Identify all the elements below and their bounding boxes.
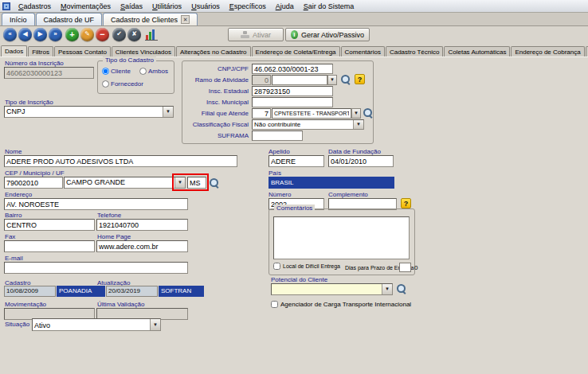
window-tab-cadastro-clientes[interactable]: Cadastro de Clientes ✕ (103, 13, 198, 25)
data-fundacao-input[interactable] (328, 155, 394, 167)
fax-label: Fax (5, 233, 15, 240)
cancel-button[interactable]: ✘ (127, 28, 141, 41)
ramo-atividade-code-input[interactable] (252, 75, 271, 85)
classificacao-fiscal-label: Classificação Fiscal (182, 121, 249, 128)
tab-filtros[interactable]: Filtros (28, 46, 53, 57)
pais-label: País (269, 169, 281, 177)
apelido-label: Apelido (269, 148, 290, 155)
telefone-input[interactable] (96, 219, 188, 231)
edit-record-button[interactable]: ✎ (80, 28, 94, 41)
window-tab-inicio[interactable]: Início (2, 13, 35, 25)
dificil-entrega-checkbox[interactable]: Local de Difícil Entrega (273, 263, 340, 270)
tab-cadastro-tecnico[interactable]: Cadastro Técnico (386, 46, 444, 57)
dias-prazo-input[interactable] (399, 263, 411, 272)
suframa-input[interactable] (252, 131, 303, 141)
cep-input[interactable] (4, 177, 63, 189)
tab-coletas-automaticas[interactable]: Coletas Automáticas (444, 46, 510, 57)
potencial-cliente-select[interactable]: ▼ (271, 283, 393, 295)
potencial-cliente-value (272, 284, 382, 294)
tab-dados[interactable]: Dados (1, 45, 27, 57)
gerar-ativo-passivo-button[interactable]: i Gerar Ativo/Passivo (285, 28, 370, 41)
bairro-input[interactable] (4, 219, 95, 231)
ramo-dropdown-icon[interactable]: ▼ (327, 75, 337, 85)
menu-utilitarios[interactable]: Utilitários (147, 2, 186, 11)
previous-record-button[interactable]: ◀ (18, 28, 32, 41)
email-input[interactable] (4, 262, 188, 274)
ramo-atividade-name-input[interactable] (272, 75, 327, 85)
homepage-label: Home Page (97, 233, 131, 240)
tab-endereco-coleta-entrega[interactable]: Endereço de Coleta/Entrega (252, 46, 340, 57)
tab-endereco-cobranca[interactable]: Endereço de Cobrança (511, 46, 584, 57)
menu-saidas[interactable]: Saídas (116, 2, 147, 11)
homepage-input[interactable] (96, 240, 188, 252)
add-record-button[interactable]: + (65, 28, 79, 41)
chevron-down-icon[interactable]: ▼ (382, 284, 392, 294)
tab-comentarios[interactable]: Comentários (341, 46, 385, 57)
confirm-button[interactable]: ✔ (112, 28, 126, 41)
window-tab-cadastro-uf-label: Cadastro de UF (44, 16, 95, 24)
menu-sair[interactable]: Sair do Sistema (299, 2, 359, 11)
radio-ambos-input[interactable] (139, 68, 147, 75)
agenciador-checkbox[interactable]: Agenciador de Carga Transporte Internaci… (271, 301, 411, 308)
menu-movimentacoes[interactable]: Movimentações (56, 2, 116, 11)
filial-name-input[interactable] (272, 108, 351, 119)
radio-ambos[interactable]: Ambos (139, 68, 168, 75)
insc-municipal-input[interactable] (252, 97, 333, 107)
close-tab-icon[interactable]: ✕ (181, 15, 190, 24)
menu-especificos[interactable]: Específicos (225, 2, 271, 11)
radio-fornecedor[interactable]: Fornecedor (102, 80, 143, 88)
comentarios-legend: Comentários (274, 205, 315, 212)
dificil-entrega-checkbox-input[interactable] (273, 263, 280, 270)
apelido-input[interactable] (269, 155, 324, 167)
complemento-label: Complemento (328, 191, 368, 198)
first-record-button[interactable]: « (3, 28, 17, 41)
filial-code-input[interactable] (252, 108, 271, 119)
insc-estadual-input[interactable] (252, 86, 333, 96)
chart-icon[interactable] (145, 29, 158, 41)
fax-input[interactable] (4, 240, 95, 252)
chevron-down-icon[interactable]: ▼ (353, 120, 363, 129)
last-record-button[interactable]: » (49, 28, 62, 41)
numero-inscricao-input[interactable] (4, 67, 94, 79)
ramo-help-icon[interactable]: ? (355, 74, 365, 84)
chevron-down-icon[interactable]: ▼ (150, 319, 160, 330)
cnpj-input[interactable] (252, 64, 333, 74)
next-record-button[interactable]: ▶ (33, 28, 47, 41)
data-fundacao-label: Data de Fundação (328, 148, 381, 155)
radio-cliente[interactable]: Cliente (102, 68, 131, 75)
pais-field[interactable]: BRASIL (269, 177, 394, 189)
window-tab-cadastro-uf[interactable]: Cadastro de UF (36, 13, 103, 25)
comentarios-textarea[interactable] (273, 216, 410, 259)
gerar-ativo-passivo-label: Gerar Ativo/Passivo (301, 31, 364, 39)
filial-dropdown-icon[interactable]: ▼ (351, 108, 361, 119)
ramo-search-icon[interactable] (340, 74, 351, 85)
municipio-select[interactable]: CAMPO GRANDE ▼ (64, 177, 186, 189)
menu-ajuda[interactable]: Ajuda (271, 2, 299, 11)
menu-usuarios[interactable]: Usuários (186, 2, 225, 11)
endereco-label: Endereço (5, 191, 32, 198)
chevron-down-icon[interactable]: ▼ (163, 107, 173, 117)
movimentacao-label: Movimentação (5, 301, 46, 308)
endereco-input[interactable] (4, 198, 188, 210)
classificacao-fiscal-select[interactable]: Não contribuinte ▼ (252, 119, 364, 130)
tab-clientes-vinculados[interactable]: Clientes Vinculados (112, 46, 175, 57)
municipio-search-icon[interactable] (209, 177, 220, 189)
situacao-select[interactable]: Ativo ▼ (32, 318, 161, 331)
complemento-help-icon[interactable]: ? (401, 198, 411, 208)
potencial-search-icon[interactable] (396, 283, 407, 294)
menu-cadastros[interactable]: Cadastros (14, 2, 56, 11)
ativar-button[interactable]: Ativar (228, 28, 284, 41)
tipo-inscricao-select[interactable]: CNPJ ▼ (4, 106, 174, 118)
nome-input[interactable] (4, 155, 237, 167)
filial-atende-label: Filial que Atende (182, 110, 249, 117)
potencial-cliente-label: Potencial do Cliente (271, 276, 327, 283)
cadastro-user-field: POANADIA (57, 286, 105, 297)
agenciador-checkbox-input[interactable] (271, 301, 278, 308)
radio-cliente-input[interactable] (102, 68, 109, 75)
tab-alteracoes-cadastro[interactable]: Alterações no Cadastro (176, 46, 251, 57)
window-tab-cadastro-clientes-label: Cadastro de Clientes (111, 16, 178, 24)
delete-record-button[interactable]: − (96, 28, 109, 41)
tab-pessoas-contato[interactable]: Pessoas Contato (54, 46, 111, 57)
filial-search-icon[interactable] (363, 107, 374, 119)
radio-fornecedor-input[interactable] (102, 80, 109, 88)
